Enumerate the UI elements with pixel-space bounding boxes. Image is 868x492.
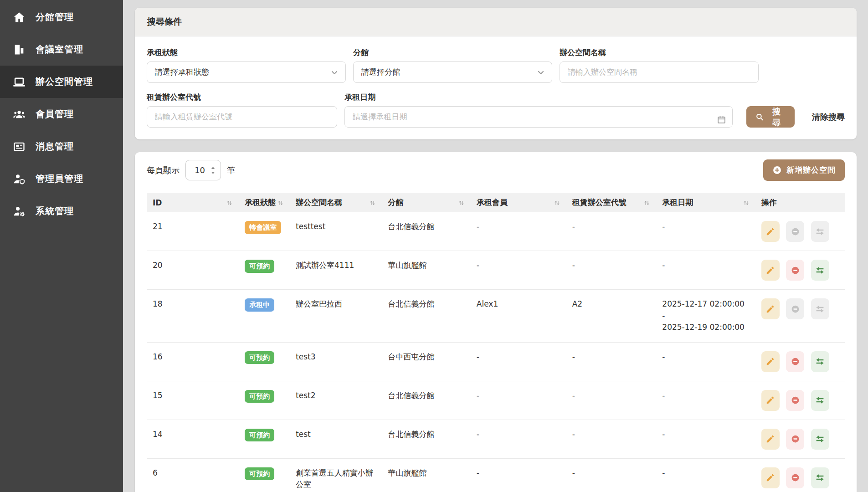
swap-button[interactable] — [811, 298, 829, 319]
edit-button[interactable] — [761, 429, 780, 450]
per-page-suffix: 筆 — [227, 165, 235, 176]
cell-code: - — [566, 251, 657, 290]
disable-button[interactable] — [786, 429, 804, 450]
disable-button[interactable] — [786, 390, 804, 411]
cell-member: - — [471, 342, 566, 381]
disable-button[interactable] — [786, 467, 804, 488]
cell-id: 6 — [147, 458, 239, 492]
space-name-input[interactable] — [560, 62, 759, 83]
system-user-icon — [12, 205, 26, 218]
sidebar-item-label: 辦公空間管理 — [36, 76, 93, 88]
column-header-id[interactable]: ID — [147, 193, 239, 212]
field-branch: 分館 請選擇分館 — [353, 47, 552, 83]
per-page-control: 每頁顯示 10 筆 — [147, 160, 235, 180]
sidebar-item-office-spaces[interactable]: 辦公空間管理 — [0, 66, 123, 98]
cell-status: 可預約 — [239, 458, 290, 492]
cell-id: 14 — [147, 420, 239, 458]
edit-button[interactable] — [761, 260, 780, 281]
cell-actions — [755, 290, 845, 343]
search-button[interactable]: 搜尋 — [746, 106, 795, 128]
add-office-space-button[interactable]: 新增辦公空間 — [763, 159, 845, 181]
swap-arrows-icon — [815, 266, 825, 275]
sidebar-item-news[interactable]: 消息管理 — [0, 130, 123, 163]
edit-button[interactable] — [761, 351, 780, 372]
sort-icon[interactable] — [458, 199, 465, 206]
swap-button[interactable] — [811, 429, 829, 450]
space-name-label: 辦公空間名稱 — [560, 47, 759, 58]
rental-date-input[interactable] — [344, 106, 733, 128]
edit-button[interactable] — [761, 467, 780, 488]
office-code-label: 租賃辦公室代號 — [147, 92, 337, 102]
swap-button[interactable] — [811, 351, 829, 372]
table-toolbar: 每頁顯示 10 筆 新增辦公空間 — [147, 159, 845, 181]
sort-icon[interactable] — [369, 199, 376, 206]
branch-select[interactable]: 請選擇分館 — [353, 62, 552, 83]
table-row: 18 承租中 辦公室巴拉西 台北信義分館 Alex1 A2 2025-12-17… — [147, 290, 845, 343]
users-icon — [12, 108, 26, 121]
cell-id: 18 — [147, 290, 239, 343]
sort-icon[interactable] — [554, 199, 560, 206]
sidebar-item-system[interactable]: 系統管理 — [0, 195, 123, 227]
sidebar-item-admins[interactable]: 管理員管理 — [0, 163, 123, 195]
status-badge: 轉會議室 — [245, 221, 281, 234]
disable-button[interactable] — [786, 351, 804, 372]
chevron-down-icon — [330, 68, 339, 77]
swap-button[interactable] — [811, 390, 829, 411]
table-row: 16 可預約 test3 台中西屯分館 - - - — [147, 342, 845, 381]
column-header-branch[interactable]: 分館 — [382, 193, 471, 212]
field-rental-status: 承租狀態 請選擇承租狀態 — [147, 47, 346, 83]
column-header-date[interactable]: 承租日期 — [656, 193, 755, 212]
edit-button[interactable] — [761, 298, 780, 319]
stepper-icon — [210, 165, 216, 175]
search-panel-title: 搜尋條件 — [147, 16, 844, 28]
office-space-panel: 每頁顯示 10 筆 新增辦公空間 — [135, 152, 857, 492]
search-panel-header: 搜尋條件 — [135, 8, 857, 36]
column-header-name[interactable]: 辦公空間名稱 — [290, 193, 382, 212]
swap-button[interactable] — [811, 221, 829, 242]
clear-search-link[interactable]: 清除搜尋 — [812, 106, 845, 128]
field-rental-date: 承租日期 — [344, 92, 733, 128]
edit-button[interactable] — [761, 390, 780, 411]
sidebar-item-label: 會員管理 — [36, 108, 74, 120]
sidebar-item-branches[interactable]: 分館管理 — [0, 1, 123, 33]
chevron-down-icon — [536, 68, 545, 77]
column-header-status[interactable]: 承租狀態 — [239, 193, 290, 212]
cell-branch: 台北信義分館 — [382, 290, 471, 343]
swap-button[interactable] — [811, 260, 829, 281]
rental-status-label: 承租狀態 — [147, 47, 346, 58]
column-header-code[interactable]: 租賃辦公室代號 — [566, 193, 657, 212]
pencil-icon — [765, 266, 775, 275]
sidebar-item-meeting-rooms[interactable]: 會議室管理 — [0, 33, 123, 66]
cell-member: - — [471, 212, 566, 251]
laptop-icon — [12, 75, 26, 89]
pencil-icon — [765, 395, 775, 405]
home-icon — [12, 10, 26, 24]
sort-icon[interactable] — [226, 199, 233, 206]
cell-branch: 台北信義分館 — [382, 420, 471, 458]
edit-button[interactable] — [761, 221, 780, 242]
cell-date: - — [656, 212, 755, 251]
disable-button[interactable] — [786, 221, 804, 242]
per-page-select[interactable]: 10 — [185, 160, 221, 180]
sort-icon[interactable] — [743, 199, 750, 206]
per-page-prefix: 每頁顯示 — [147, 165, 180, 176]
sidebar-item-members[interactable]: 會員管理 — [0, 98, 123, 130]
search-icon — [755, 113, 764, 122]
calendar-icon[interactable] — [717, 115, 726, 124]
field-space-name: 辦公空間名稱 — [560, 47, 759, 83]
cell-branch: 台北信義分館 — [382, 212, 471, 251]
cell-date: 2025-12-17 02:00:00 -2025-12-19 02:00:00 — [656, 290, 755, 343]
sort-icon[interactable] — [277, 199, 284, 206]
sort-icon[interactable] — [643, 199, 650, 206]
swap-button[interactable] — [811, 467, 829, 488]
swap-arrows-icon — [815, 395, 825, 405]
sidebar-item-label: 管理員管理 — [36, 173, 83, 185]
disable-button[interactable] — [786, 260, 804, 281]
disable-button[interactable] — [786, 298, 804, 319]
column-header-member[interactable]: 承租會員 — [471, 193, 566, 212]
pencil-icon — [765, 304, 775, 314]
date-line: - — [662, 467, 750, 479]
cell-date: - — [656, 381, 755, 420]
office-code-input[interactable] — [147, 106, 337, 128]
rental-status-select[interactable]: 請選擇承租狀態 — [147, 62, 346, 83]
